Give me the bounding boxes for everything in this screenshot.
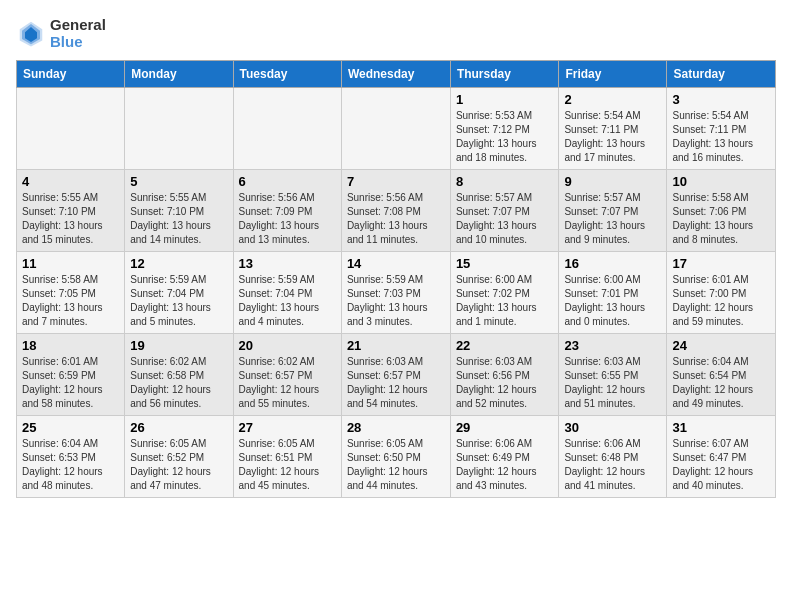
calendar-week-row: 18Sunrise: 6:01 AM Sunset: 6:59 PM Dayli… — [17, 334, 776, 416]
day-info: Sunrise: 6:04 AM Sunset: 6:54 PM Dayligh… — [672, 355, 770, 411]
calendar-cell — [341, 88, 450, 170]
day-number: 16 — [564, 256, 661, 271]
day-info: Sunrise: 6:05 AM Sunset: 6:52 PM Dayligh… — [130, 437, 227, 493]
calendar-cell: 30Sunrise: 6:06 AM Sunset: 6:48 PM Dayli… — [559, 416, 667, 498]
day-info: Sunrise: 6:05 AM Sunset: 6:50 PM Dayligh… — [347, 437, 445, 493]
day-info: Sunrise: 6:02 AM Sunset: 6:57 PM Dayligh… — [239, 355, 336, 411]
day-number: 8 — [456, 174, 554, 189]
day-info: Sunrise: 5:54 AM Sunset: 7:11 PM Dayligh… — [672, 109, 770, 165]
calendar-cell: 28Sunrise: 6:05 AM Sunset: 6:50 PM Dayli… — [341, 416, 450, 498]
calendar-cell: 22Sunrise: 6:03 AM Sunset: 6:56 PM Dayli… — [450, 334, 559, 416]
calendar-cell: 2Sunrise: 5:54 AM Sunset: 7:11 PM Daylig… — [559, 88, 667, 170]
calendar-cell: 7Sunrise: 5:56 AM Sunset: 7:08 PM Daylig… — [341, 170, 450, 252]
calendar-cell: 14Sunrise: 5:59 AM Sunset: 7:03 PM Dayli… — [341, 252, 450, 334]
col-header-wednesday: Wednesday — [341, 61, 450, 88]
day-number: 6 — [239, 174, 336, 189]
day-number: 10 — [672, 174, 770, 189]
day-info: Sunrise: 5:56 AM Sunset: 7:08 PM Dayligh… — [347, 191, 445, 247]
day-number: 23 — [564, 338, 661, 353]
calendar-cell: 29Sunrise: 6:06 AM Sunset: 6:49 PM Dayli… — [450, 416, 559, 498]
calendar-cell: 16Sunrise: 6:00 AM Sunset: 7:01 PM Dayli… — [559, 252, 667, 334]
day-number: 17 — [672, 256, 770, 271]
day-number: 19 — [130, 338, 227, 353]
calendar-cell: 10Sunrise: 5:58 AM Sunset: 7:06 PM Dayli… — [667, 170, 776, 252]
calendar-cell — [17, 88, 125, 170]
day-info: Sunrise: 5:57 AM Sunset: 7:07 PM Dayligh… — [564, 191, 661, 247]
calendar-cell: 15Sunrise: 6:00 AM Sunset: 7:02 PM Dayli… — [450, 252, 559, 334]
logo: General Blue — [16, 16, 106, 50]
day-info: Sunrise: 6:02 AM Sunset: 6:58 PM Dayligh… — [130, 355, 227, 411]
day-info: Sunrise: 6:00 AM Sunset: 7:01 PM Dayligh… — [564, 273, 661, 329]
day-number: 12 — [130, 256, 227, 271]
col-header-sunday: Sunday — [17, 61, 125, 88]
day-info: Sunrise: 6:03 AM Sunset: 6:56 PM Dayligh… — [456, 355, 554, 411]
day-info: Sunrise: 5:59 AM Sunset: 7:04 PM Dayligh… — [239, 273, 336, 329]
day-number: 28 — [347, 420, 445, 435]
calendar-cell — [125, 88, 233, 170]
calendar-cell: 19Sunrise: 6:02 AM Sunset: 6:58 PM Dayli… — [125, 334, 233, 416]
calendar-cell: 24Sunrise: 6:04 AM Sunset: 6:54 PM Dayli… — [667, 334, 776, 416]
calendar-cell: 8Sunrise: 5:57 AM Sunset: 7:07 PM Daylig… — [450, 170, 559, 252]
logo-text: General Blue — [50, 16, 106, 50]
calendar-cell: 20Sunrise: 6:02 AM Sunset: 6:57 PM Dayli… — [233, 334, 341, 416]
col-header-tuesday: Tuesday — [233, 61, 341, 88]
calendar-week-row: 4Sunrise: 5:55 AM Sunset: 7:10 PM Daylig… — [17, 170, 776, 252]
day-number: 29 — [456, 420, 554, 435]
calendar-week-row: 11Sunrise: 5:58 AM Sunset: 7:05 PM Dayli… — [17, 252, 776, 334]
day-number: 25 — [22, 420, 119, 435]
day-info: Sunrise: 5:58 AM Sunset: 7:06 PM Dayligh… — [672, 191, 770, 247]
calendar-cell: 11Sunrise: 5:58 AM Sunset: 7:05 PM Dayli… — [17, 252, 125, 334]
day-number: 26 — [130, 420, 227, 435]
calendar-week-row: 1Sunrise: 5:53 AM Sunset: 7:12 PM Daylig… — [17, 88, 776, 170]
day-number: 18 — [22, 338, 119, 353]
calendar-header-row: SundayMondayTuesdayWednesdayThursdayFrid… — [17, 61, 776, 88]
calendar-cell: 4Sunrise: 5:55 AM Sunset: 7:10 PM Daylig… — [17, 170, 125, 252]
day-info: Sunrise: 6:06 AM Sunset: 6:48 PM Dayligh… — [564, 437, 661, 493]
day-number: 22 — [456, 338, 554, 353]
day-number: 30 — [564, 420, 661, 435]
day-info: Sunrise: 5:55 AM Sunset: 7:10 PM Dayligh… — [22, 191, 119, 247]
calendar-cell: 23Sunrise: 6:03 AM Sunset: 6:55 PM Dayli… — [559, 334, 667, 416]
calendar-cell: 3Sunrise: 5:54 AM Sunset: 7:11 PM Daylig… — [667, 88, 776, 170]
day-info: Sunrise: 6:00 AM Sunset: 7:02 PM Dayligh… — [456, 273, 554, 329]
day-info: Sunrise: 6:06 AM Sunset: 6:49 PM Dayligh… — [456, 437, 554, 493]
day-number: 27 — [239, 420, 336, 435]
col-header-monday: Monday — [125, 61, 233, 88]
calendar-cell: 17Sunrise: 6:01 AM Sunset: 7:00 PM Dayli… — [667, 252, 776, 334]
calendar-cell: 12Sunrise: 5:59 AM Sunset: 7:04 PM Dayli… — [125, 252, 233, 334]
day-info: Sunrise: 5:57 AM Sunset: 7:07 PM Dayligh… — [456, 191, 554, 247]
day-number: 14 — [347, 256, 445, 271]
calendar-cell — [233, 88, 341, 170]
day-info: Sunrise: 5:58 AM Sunset: 7:05 PM Dayligh… — [22, 273, 119, 329]
day-number: 11 — [22, 256, 119, 271]
calendar-cell: 31Sunrise: 6:07 AM Sunset: 6:47 PM Dayli… — [667, 416, 776, 498]
day-number: 24 — [672, 338, 770, 353]
calendar-cell: 1Sunrise: 5:53 AM Sunset: 7:12 PM Daylig… — [450, 88, 559, 170]
day-info: Sunrise: 5:56 AM Sunset: 7:09 PM Dayligh… — [239, 191, 336, 247]
day-info: Sunrise: 6:01 AM Sunset: 6:59 PM Dayligh… — [22, 355, 119, 411]
day-info: Sunrise: 6:05 AM Sunset: 6:51 PM Dayligh… — [239, 437, 336, 493]
day-number: 2 — [564, 92, 661, 107]
day-info: Sunrise: 6:03 AM Sunset: 6:55 PM Dayligh… — [564, 355, 661, 411]
day-number: 15 — [456, 256, 554, 271]
col-header-thursday: Thursday — [450, 61, 559, 88]
day-number: 5 — [130, 174, 227, 189]
day-number: 3 — [672, 92, 770, 107]
day-info: Sunrise: 5:59 AM Sunset: 7:04 PM Dayligh… — [130, 273, 227, 329]
day-number: 21 — [347, 338, 445, 353]
col-header-saturday: Saturday — [667, 61, 776, 88]
day-number: 20 — [239, 338, 336, 353]
calendar-cell: 6Sunrise: 5:56 AM Sunset: 7:09 PM Daylig… — [233, 170, 341, 252]
day-info: Sunrise: 5:54 AM Sunset: 7:11 PM Dayligh… — [564, 109, 661, 165]
day-number: 31 — [672, 420, 770, 435]
calendar-week-row: 25Sunrise: 6:04 AM Sunset: 6:53 PM Dayli… — [17, 416, 776, 498]
day-info: Sunrise: 5:55 AM Sunset: 7:10 PM Dayligh… — [130, 191, 227, 247]
calendar-cell: 21Sunrise: 6:03 AM Sunset: 6:57 PM Dayli… — [341, 334, 450, 416]
day-number: 13 — [239, 256, 336, 271]
day-number: 9 — [564, 174, 661, 189]
day-number: 7 — [347, 174, 445, 189]
calendar-cell: 18Sunrise: 6:01 AM Sunset: 6:59 PM Dayli… — [17, 334, 125, 416]
col-header-friday: Friday — [559, 61, 667, 88]
day-info: Sunrise: 5:53 AM Sunset: 7:12 PM Dayligh… — [456, 109, 554, 165]
page-header: General Blue — [16, 16, 776, 50]
